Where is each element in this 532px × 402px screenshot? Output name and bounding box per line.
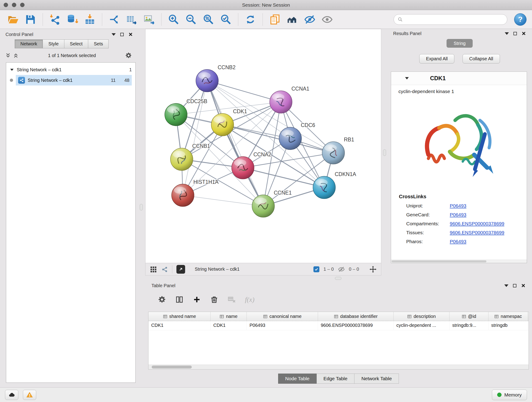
column-header-database-identifier[interactable]: database identifier — [318, 312, 394, 321]
grid-view-icon[interactable] — [150, 266, 157, 273]
refresh-layout-button[interactable] — [243, 12, 258, 27]
collapse-all-button[interactable]: Collapse All — [462, 54, 500, 64]
crosslink-link[interactable]: 9606.ENSP00000378699 — [450, 221, 504, 226]
tree-expander-icon[interactable] — [10, 69, 13, 71]
tab-network[interactable]: Network — [15, 39, 43, 48]
horizontal-scrollbar-thumb[interactable] — [152, 366, 192, 369]
results-scrollbar[interactable] — [391, 260, 527, 263]
show-details-button[interactable] — [320, 12, 335, 27]
bottom-splitter-handle[interactable] — [335, 277, 341, 280]
node-CCNE1[interactable] — [252, 195, 274, 217]
protein-section-header[interactable]: CDK1 — [391, 72, 527, 85]
expand-all-button[interactable]: Expand All — [419, 54, 454, 64]
node-CDC6[interactable] — [279, 127, 302, 150]
crosslink-link[interactable]: P06493 — [450, 203, 466, 209]
memory-button[interactable]: Memory — [492, 390, 527, 400]
neighborhood-button[interactable] — [285, 12, 300, 27]
edge-CDK1-RB1[interactable] — [222, 125, 333, 153]
delete-column-icon[interactable] — [210, 295, 218, 304]
crosslink-link[interactable]: 9606.ENSP00000378699 — [450, 230, 504, 235]
horizontal-scrollbar[interactable] — [148, 365, 529, 369]
table-cell[interactable]: 9606.ENSP00000378699 — [318, 321, 394, 330]
collapse-all-icon[interactable] — [13, 52, 19, 58]
table-cell[interactable]: stringdb:9... — [450, 321, 488, 330]
hide-details-button[interactable] — [302, 12, 317, 27]
import-table-button[interactable] — [82, 12, 97, 27]
copy-button[interactable] — [267, 12, 283, 27]
warnings-button[interactable] — [23, 390, 36, 400]
node-CDKN1A[interactable] — [313, 176, 336, 199]
table-options-gear-icon[interactable] — [158, 295, 166, 304]
tab-select[interactable]: Select — [64, 39, 89, 48]
table-cell[interactable]: cyclin-dependent ... — [394, 321, 450, 330]
float-panel-icon[interactable] — [513, 284, 516, 287]
close-panel-icon[interactable] — [521, 31, 526, 36]
zoom-fit-button[interactable] — [201, 12, 216, 27]
column-header-shared-name[interactable]: shared name — [148, 312, 210, 321]
collapse-panel-icon[interactable] — [505, 32, 509, 35]
float-panel-icon[interactable] — [120, 33, 124, 36]
float-panel-icon[interactable] — [513, 32, 517, 35]
export-table-button[interactable] — [124, 12, 139, 27]
edge-CCNB2-CCNA1[interactable] — [207, 81, 281, 102]
import-network-file-button[interactable] — [47, 12, 63, 27]
maximize-window-button[interactable] — [20, 3, 25, 7]
tab-edge-table[interactable]: Edge Table — [317, 374, 355, 384]
network-canvas[interactable]: CCNB2CCNA1CDC25BCDK1CDC6RB1CCNB1CCNA2CDK… — [146, 29, 381, 263]
column-header-id[interactable]: @id — [450, 312, 488, 321]
hidden-eye-icon[interactable] — [338, 266, 345, 273]
node-CCNA1[interactable] — [270, 91, 292, 113]
crosslink-link[interactable]: P06493 — [450, 212, 466, 217]
crosslink-link[interactable]: P06493 — [450, 239, 466, 244]
zoom-in-button[interactable] — [166, 12, 181, 27]
node-CCNB1[interactable] — [171, 148, 193, 171]
table-cell[interactable]: P06493 — [247, 321, 318, 330]
network-collection-row[interactable]: String Network – cdk1 1 — [6, 64, 135, 75]
node-CDC25B[interactable] — [165, 103, 187, 126]
show-columns-icon[interactable] — [175, 295, 184, 304]
close-window-button[interactable] — [4, 3, 8, 7]
share-view-icon[interactable] — [161, 266, 168, 273]
edge-CCNA2-CDKN1A[interactable] — [243, 168, 324, 187]
selected-checkbox-icon[interactable] — [313, 266, 319, 272]
network-row[interactable]: String Network – cdk1 11 48 — [6, 75, 135, 85]
node-CCNB2[interactable] — [196, 70, 218, 92]
search-input[interactable] — [405, 17, 503, 22]
minimize-window-button[interactable] — [12, 3, 16, 7]
open-session-button[interactable] — [6, 12, 21, 27]
search-box[interactable] — [394, 14, 507, 25]
network-options-gear-icon[interactable] — [125, 52, 132, 59]
collapse-panel-icon[interactable] — [112, 33, 116, 36]
table-cell[interactable]: CDK1 — [210, 321, 247, 330]
save-session-button[interactable] — [23, 12, 38, 27]
node-CCNA2[interactable] — [232, 157, 254, 179]
pan-move-icon[interactable] — [369, 265, 377, 273]
collapse-panel-icon[interactable] — [504, 284, 508, 287]
column-header-name[interactable]: name — [210, 312, 247, 321]
detach-view-button[interactable] — [177, 265, 185, 274]
add-column-icon[interactable] — [193, 295, 201, 304]
tab-sets[interactable]: Sets — [88, 39, 109, 48]
table-cell[interactable]: CDK1 — [148, 321, 210, 330]
results-scrollbar-thumb[interactable] — [392, 260, 486, 262]
tab-node-table[interactable]: Node Table — [278, 374, 317, 384]
right-splitter-handle[interactable] — [383, 149, 386, 156]
import-network-database-button[interactable] — [65, 12, 80, 27]
column-header-description[interactable]: description — [394, 312, 450, 321]
close-panel-icon[interactable] — [521, 283, 526, 288]
help-button[interactable]: ? — [514, 13, 526, 26]
node-RB1[interactable] — [322, 142, 345, 164]
node-HIST1H1A[interactable] — [172, 184, 194, 206]
node-CDK1[interactable] — [211, 114, 234, 136]
export-image-button[interactable] — [142, 12, 157, 27]
table-row[interactable]: CDK1CDK1P064939606.ENSP00000378699cyclin… — [148, 321, 529, 330]
edge-HIST1H1A-CCNB2[interactable] — [183, 81, 207, 195]
tab-string[interactable]: String — [447, 39, 473, 48]
tab-style[interactable]: Style — [43, 39, 64, 48]
table-cell[interactable]: stringdb — [488, 321, 528, 330]
edge-CCNB2-CCNE1[interactable] — [207, 81, 263, 206]
expand-all-icon[interactable] — [5, 52, 11, 58]
zoom-selected-button[interactable] — [218, 12, 234, 27]
column-header-canonical-name[interactable]: canonical name — [247, 312, 318, 321]
close-panel-icon[interactable] — [128, 32, 133, 37]
